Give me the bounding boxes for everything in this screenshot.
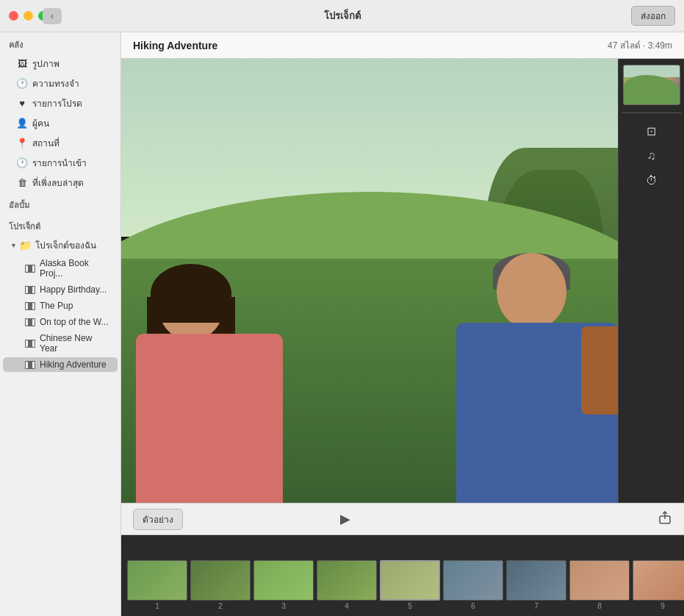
albums-section-header: อัลบั้ม	[0, 193, 120, 214]
film-thumb-num-5: 5	[408, 602, 412, 610]
sidebar-item-ontop[interactable]: On top of the W...	[3, 315, 118, 329]
film-thumb-6[interactable]: 6	[443, 560, 503, 610]
share-icon	[658, 510, 672, 525]
sidebar-item-deleted-label: ที่เพิ่งลบล่าสุด	[32, 176, 84, 190]
sidebar-item-imports-label: รายการนำเข้า	[32, 156, 87, 170]
project-title: Hiking Adventure	[133, 40, 217, 51]
sidebar-item-favorites-label: รายการโปรด	[32, 96, 82, 110]
controls-bar: ตัวอย่าง ▶	[121, 503, 684, 535]
film-thumb-4[interactable]: 4	[317, 560, 377, 610]
my-projects-folder[interactable]: ▼ 📁 โปรเจ็กต์ของฉัน	[3, 236, 118, 254]
share-button[interactable]	[658, 510, 672, 529]
sidebar-item-photos-label: รูปภาพ	[32, 57, 60, 71]
sidebar-item-chinese-label: Chinese New Year	[40, 333, 109, 354]
imports-icon: 🕐	[16, 157, 28, 168]
preview-area	[121, 59, 618, 503]
library-section-header: คลัง	[0, 32, 120, 54]
film-thumb-9[interactable]: 9	[633, 560, 684, 610]
slide-thumbnail[interactable]	[623, 65, 680, 105]
film-thumb-img-2	[190, 560, 251, 601]
main-container: คลัง 🖼 รูปภาพ 🕐 ความทรงจำ ♥ รายการโปรด 👤…	[0, 32, 684, 616]
people-icon: 👤	[16, 118, 28, 129]
film-thumb-img-8	[569, 560, 630, 601]
music-icon: ♫	[647, 149, 656, 162]
sidebar-item-people[interactable]: 👤 ผู้คน	[3, 114, 118, 132]
film-thumb-img-1	[127, 560, 187, 601]
preview-button[interactable]: ตัวอย่าง	[133, 509, 183, 530]
film-icon-pup	[25, 302, 35, 310]
film-thumb-3[interactable]: 3	[253, 560, 314, 610]
export-button[interactable]: ส่งออก	[631, 6, 675, 26]
places-icon: 📍	[16, 137, 28, 148]
sidebar-item-hiking[interactable]: Hiking Adventure	[3, 357, 118, 372]
content-area: Hiking Adventure 47 สไลด์ · 3:49m	[121, 32, 684, 616]
sidebar-item-pup[interactable]: The Pup	[3, 298, 118, 313]
music-button[interactable]: ♫	[640, 146, 663, 166]
sidebar-item-photos[interactable]: 🖼 รูปภาพ	[3, 54, 118, 73]
layout-button[interactable]: ⊡	[640, 121, 663, 141]
film-icon-ontop	[25, 318, 35, 326]
titlebar: ‹ โปรเจ็กต์ ส่งออก	[0, 0, 684, 32]
film-thumb-img-7	[506, 560, 566, 601]
projects-section-header: โปรเจ็กต์	[0, 214, 120, 235]
main-photo	[121, 59, 618, 503]
film-thumb-1[interactable]: 1	[127, 560, 187, 610]
film-thumb-img-3	[253, 560, 314, 601]
sidebar-item-people-label: ผู้คน	[32, 116, 49, 130]
thumb-hill	[624, 75, 680, 104]
man-backpack	[581, 326, 618, 415]
sidebar-item-birthday[interactable]: Happy Birthday...	[3, 282, 118, 297]
project-meta: 47 สไลด์ · 3:49m	[608, 38, 672, 52]
film-icon-hiking	[25, 361, 35, 369]
sidebar-item-recently-deleted[interactable]: 🗑 ที่เพิ่งลบล่าสุด	[3, 173, 118, 192]
folder-icon: 📁	[19, 240, 32, 251]
person-man	[456, 253, 618, 503]
window-title: โปรเจ็กต์	[324, 8, 361, 24]
film-thumb-num-9: 9	[660, 602, 665, 610]
film-thumb-num-4: 4	[345, 602, 349, 610]
sidebar-item-chinese[interactable]: Chinese New Year	[3, 331, 118, 356]
preview-row: ⊡ ♫ ⏱	[121, 59, 684, 503]
play-button[interactable]: ▶	[334, 507, 357, 531]
film-thumb-num-2: 2	[218, 602, 223, 610]
close-button[interactable]	[9, 11, 18, 21]
memories-icon: 🕐	[16, 78, 28, 89]
sidebar-item-places-label: สถานที่	[32, 136, 60, 150]
sidebar-item-memories[interactable]: 🕐 ความทรงจำ	[3, 74, 118, 93]
sidebar-item-hiking-label: Hiking Adventure	[40, 359, 107, 370]
favorites-icon: ♥	[16, 98, 28, 109]
sidebar-item-favorites[interactable]: ♥ รายการโปรด	[3, 94, 118, 112]
sidebar-item-memories-label: ความทรงจำ	[32, 76, 79, 90]
sidebar-item-ontop-label: On top of the W...	[40, 317, 108, 327]
sidebar-item-alaska[interactable]: Alaska Book Proj...	[3, 256, 118, 281]
man-head	[497, 253, 566, 330]
film-icon-birthday	[25, 286, 35, 294]
duration-icon: ⏱	[646, 174, 658, 187]
play-icon: ▶	[340, 511, 350, 527]
film-thumb-img-9	[633, 560, 684, 601]
filmstrip: 1 2 3 4 5 6 7	[121, 535, 684, 616]
sidebar-item-places[interactable]: 📍 สถานที่	[3, 134, 118, 152]
woman-body	[136, 334, 283, 503]
film-thumb-num-3: 3	[281, 602, 286, 610]
film-thumb-7[interactable]: 7	[506, 560, 566, 610]
film-icon-alaska	[25, 265, 35, 273]
woman-hair	[151, 264, 231, 323]
minimize-button[interactable]	[24, 11, 33, 21]
film-thumb-8[interactable]: 8	[569, 560, 630, 610]
layout-icon: ⊡	[647, 124, 656, 138]
sidebar-item-pup-label: The Pup	[40, 301, 73, 311]
film-thumb-num-7: 7	[534, 602, 539, 610]
back-button[interactable]: ‹	[43, 8, 62, 24]
sidebar: คลัง 🖼 รูปภาพ 🕐 ความทรงจำ ♥ รายการโปรด 👤…	[0, 32, 121, 616]
sidebar-item-imports[interactable]: 🕐 รายการนำเข้า	[3, 154, 118, 172]
film-thumb-img-4	[317, 560, 377, 601]
my-projects-label: โปรเจ็กต์ของฉัน	[35, 238, 96, 252]
film-thumb-2[interactable]: 2	[190, 560, 251, 610]
folder-arrow-icon: ▼	[10, 242, 17, 249]
sidebar-item-alaska-label: Alaska Book Proj...	[40, 258, 109, 279]
duration-button[interactable]: ⏱	[640, 171, 663, 191]
film-thumb-num-6: 6	[471, 602, 475, 610]
film-thumb-img-6	[443, 560, 503, 601]
film-thumb-5[interactable]: 5	[380, 560, 440, 610]
